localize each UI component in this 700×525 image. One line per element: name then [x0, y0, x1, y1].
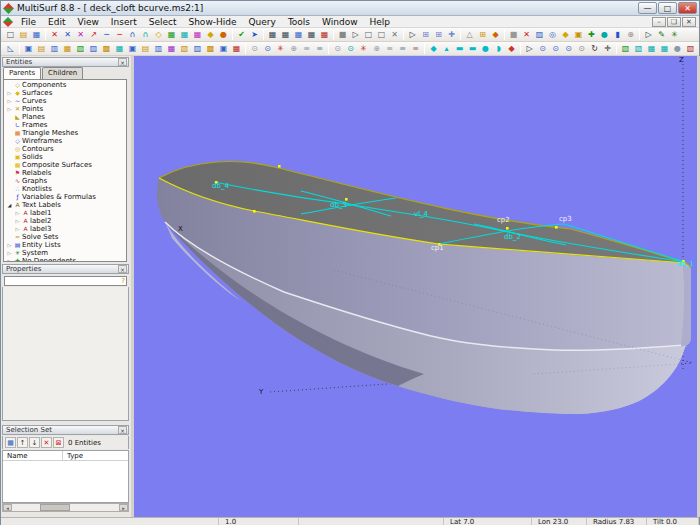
toolbar-button-tb1-47[interactable]: ◆	[559, 29, 572, 41]
menu-help[interactable]: Help	[364, 16, 397, 28]
menu-query[interactable]: Query	[243, 16, 282, 28]
maximize-button[interactable]: □	[658, 2, 677, 14]
toolbar-button-tb1-11[interactable]: ∩	[139, 29, 152, 41]
properties-close-icon[interactable]: ×	[118, 265, 127, 273]
toolbar-button-tb2-21[interactable]: ⊙	[261, 43, 274, 55]
tree-item-label2[interactable]: ▷Alabel2	[4, 217, 126, 225]
menu-select[interactable]: Select	[143, 16, 183, 28]
scroll-left-icon[interactable]: ◂	[3, 504, 12, 511]
toolbar-button-tb2-10[interactable]: ▣	[126, 43, 139, 55]
tree-item-system[interactable]: ▷✳System	[4, 249, 126, 257]
tree-expand-icon[interactable]: ◢	[6, 201, 13, 209]
column-header-name[interactable]: Name	[3, 451, 63, 460]
selection-hscrollbar[interactable]: ◂ ▸	[2, 503, 129, 512]
tree-expand-icon[interactable]: ▷	[14, 225, 21, 233]
scroll-right-icon[interactable]: ▸	[119, 504, 128, 511]
toolbar-button-tb1-46[interactable]: ◎	[546, 29, 559, 41]
toolbar-button-tb2-27[interactable]: ⊙	[331, 43, 344, 55]
toolbar-button-tb2-12[interactable]: ▥	[152, 43, 165, 55]
toolbar-button-tb1-52[interactable]: ⊕	[624, 29, 637, 41]
toolbar-button-tb1-32[interactable]: ✕	[388, 29, 401, 41]
toolbar-button-tb1-13[interactable]: ▦	[165, 29, 178, 41]
toolbar-button-tb1-40[interactable]: ⊞	[476, 29, 489, 41]
toolbar-button-tb1-2[interactable]: ▦	[30, 29, 43, 41]
tree-expand-icon[interactable]: ▷	[6, 105, 13, 113]
menu-view[interactable]: View	[72, 16, 105, 28]
toolbar-button-tb1-29[interactable]: ▷	[349, 29, 362, 41]
toolbar-button-tb1-51[interactable]: ▮	[611, 29, 624, 41]
toolbar-button-tb1-19[interactable]: ✔	[235, 29, 248, 41]
tree-item-knotlists[interactable]: ∴Knotlists	[4, 185, 126, 193]
toolbar-button-tb1-9[interactable]: ∼	[113, 29, 126, 41]
toolbar-button-tb2-45[interactable]: ⊙	[549, 43, 562, 55]
tree-item-label1[interactable]: ▷Alabel1	[4, 209, 126, 217]
toolbar-button-tb1-25[interactable]: ▦	[305, 29, 318, 41]
toolbar-button-tb1-48[interactable]: ▣	[572, 29, 585, 41]
toolbar-button-tb2-38[interactable]: ▬	[466, 43, 479, 55]
toolbar-button-tb2-8[interactable]: ▩	[100, 43, 113, 55]
toolbar-button-tb2-39[interactable]: ●	[479, 43, 492, 55]
toolbar-button-tb2-55[interactable]: ●	[671, 43, 684, 55]
toolbar-button-tb2-43[interactable]: ▷	[523, 43, 536, 55]
toolbar-button-tb2-51[interactable]: ▧	[619, 43, 632, 55]
tree-expand-icon[interactable]: ▷	[6, 89, 13, 97]
selection-close-icon[interactable]: ×	[118, 426, 127, 434]
title-bar[interactable]: MultiSurf 8.8 - [ deck_cloft bcurve.ms2:…	[1, 1, 699, 16]
toolbar-button-tb1-37[interactable]: ✛	[445, 29, 458, 41]
tree-item-curves[interactable]: ▷∼Curves	[4, 97, 126, 105]
toolbar-button-tb2-28[interactable]: ⊙	[344, 43, 357, 55]
toolbar-button-tb2-7[interactable]: ▨	[87, 43, 100, 55]
menu-window[interactable]: Window	[316, 16, 364, 28]
toolbar-button-tb2-23[interactable]: ⊕	[287, 43, 300, 55]
remove-button[interactable]: ✕	[41, 437, 52, 448]
tree-item-surfaces[interactable]: ▷◆Surfaces	[4, 89, 126, 97]
tree-item-triangle-meshes[interactable]: ▦Triangle Meshes	[4, 129, 126, 137]
toolbar-button-tb1-34[interactable]: ▷	[406, 29, 419, 41]
toolbar-button-tb1-45[interactable]: ▨	[533, 29, 546, 41]
toolbar-button-tb2-14[interactable]: ▧	[178, 43, 191, 55]
toolbar-button-tb2-40[interactable]: ◗	[492, 43, 505, 55]
tree-item-label3[interactable]: ▷Alabel3	[4, 225, 126, 233]
tree-item-variables-formulas[interactable]: ƒVariables & Formulas	[4, 193, 126, 201]
toolbar-button-tb1-50[interactable]: ●	[598, 29, 611, 41]
tree-item-frames[interactable]: ∟Frames	[4, 121, 126, 129]
toolbar-button-tb2-16[interactable]: ▩	[204, 43, 217, 55]
tree-expand-icon[interactable]: ▷	[14, 209, 21, 217]
tab-parents[interactable]: Parents	[3, 67, 41, 79]
toolbar-button-tb2-20[interactable]: ⊙	[248, 43, 261, 55]
toolbar-button-tb2-4[interactable]: ▥	[48, 43, 61, 55]
toolbar-button-tb1-43[interactable]: ■	[507, 29, 520, 41]
toolbar-button-tb2-2[interactable]: ▣	[22, 43, 35, 55]
toolbar-button-tb1-39[interactable]: △	[463, 29, 476, 41]
toolbar-button-tb1-49[interactable]: ✚	[585, 29, 598, 41]
toolbar-button-tb2-46[interactable]: ⊙	[562, 43, 575, 55]
close-button[interactable]: ✕	[678, 2, 697, 14]
toolbar-button-tb1-4[interactable]: ✕	[48, 29, 61, 41]
selection-list[interactable]: Name Type	[2, 450, 129, 503]
tree-item-components[interactable]: ◇Components	[4, 81, 126, 89]
toolbar-button-tb1-55[interactable]: ✎	[655, 29, 668, 41]
menu-show-hide[interactable]: Show-Hide	[182, 16, 242, 28]
tree-item-solve-sets[interactable]: =Solve Sets	[4, 233, 126, 241]
toolbar-button-tb2-25[interactable]: ≡	[313, 43, 326, 55]
toolbar-button-tb1-20[interactable]: ➤	[248, 29, 261, 41]
toolbar-button-tb2-54[interactable]: ▦	[658, 43, 671, 55]
entities-close-icon[interactable]: ×	[118, 58, 127, 66]
toolbar-button-tb2-33[interactable]: ≡	[409, 43, 422, 55]
tree-expand-icon[interactable]: ▷	[6, 97, 13, 105]
select-grid-button[interactable]: ▦	[5, 437, 16, 448]
toolbar-button-tb2-3[interactable]: ▤	[35, 43, 48, 55]
toolbar-button-tb2-29[interactable]: ✳	[357, 43, 370, 55]
toolbar-button-tb2-44[interactable]: ⊙	[536, 43, 549, 55]
menu-file[interactable]: File	[15, 16, 42, 28]
toolbar-button-tb2-56[interactable]: ▧	[684, 43, 697, 55]
toolbar-button-tb1-0[interactable]: □	[4, 29, 17, 41]
toolbar-button-tb2-37[interactable]: ▬	[453, 43, 466, 55]
toolbar-button-tb2-49[interactable]: ✛	[601, 43, 614, 55]
mdi-minimize-button[interactable]: –	[652, 17, 666, 27]
toolbar-button-tb1-12[interactable]: ◇	[152, 29, 165, 41]
toolbar-button-tb2-52[interactable]: ▧	[632, 43, 645, 55]
toolbar-button-tb1-24[interactable]: ▦	[292, 29, 305, 41]
toolbar-button-tb1-35[interactable]: ⊞	[419, 29, 432, 41]
toolbar-button-tb1-14[interactable]: ▦	[178, 29, 191, 41]
